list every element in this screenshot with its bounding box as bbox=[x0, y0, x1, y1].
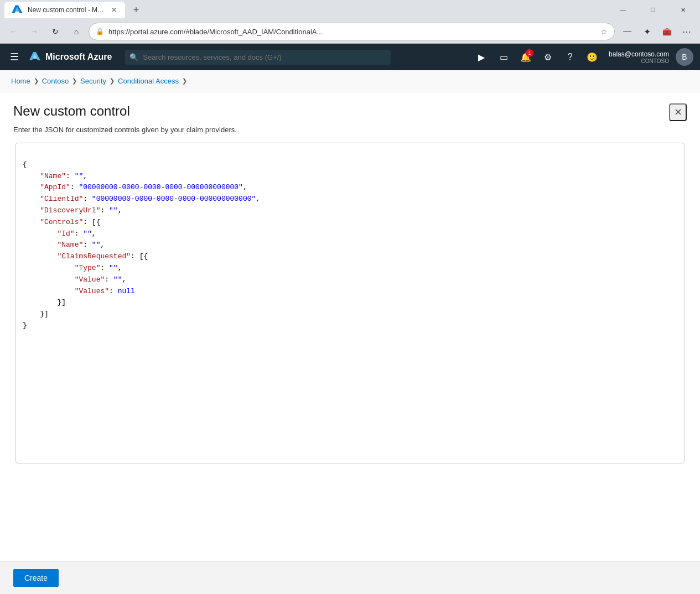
json-val-name: "" bbox=[75, 172, 84, 180]
breadcrumb-sep-2: ❯ bbox=[72, 77, 77, 85]
json-comma-8: , bbox=[122, 275, 126, 284]
json-colon-10: : bbox=[105, 275, 113, 284]
breadcrumb-contoso[interactable]: Contoso bbox=[42, 77, 69, 85]
azure-topbar: ☰ Microsoft Azure 🔍 ▶ ▭ 🔔 1 ⚙ ? 🙂 balas@… bbox=[0, 44, 700, 70]
json-val-discoveryurl: "" bbox=[109, 206, 118, 215]
azure-search-container[interactable]: 🔍 bbox=[125, 50, 391, 65]
json-key-type: "Type" bbox=[75, 264, 101, 272]
json-colon-11: : bbox=[109, 287, 118, 295]
json-val-clientid: "00000000-0000-0000-0000-000000000000" bbox=[92, 195, 256, 203]
notification-badge: 1 bbox=[526, 49, 533, 57]
json-comma-7: , bbox=[118, 264, 122, 272]
search-icon: 🔍 bbox=[129, 53, 138, 61]
json-colon-9: : bbox=[100, 264, 109, 272]
user-email: balas@contoso.com bbox=[609, 50, 669, 58]
bookmark-icon[interactable]: ☆ bbox=[600, 27, 608, 36]
help-icon[interactable]: ? bbox=[560, 47, 580, 67]
json-colon-7: : bbox=[83, 241, 92, 249]
json-comma-4: , bbox=[118, 206, 122, 215]
navigation-bar: ← → ↻ ⌂ 🔒 https://portal.azure.com/#blad… bbox=[0, 20, 700, 43]
breadcrumb: Home ❯ Contoso ❯ Security ❯ Conditional … bbox=[0, 70, 700, 92]
bottom-bar: Create bbox=[0, 561, 700, 594]
user-menu[interactable]: balas@contoso.com CONTOSO bbox=[604, 50, 673, 64]
more-options-icon[interactable]: ⋯ bbox=[678, 23, 696, 40]
close-panel-button[interactable]: ✕ bbox=[669, 103, 687, 121]
cloud-shell-icon[interactable]: ▶ bbox=[471, 47, 491, 67]
json-val-name2: "" bbox=[92, 241, 101, 249]
azure-logo-icon bbox=[29, 51, 41, 63]
json-colon-1: : bbox=[66, 172, 75, 180]
lock-icon: 🔒 bbox=[96, 28, 104, 35]
title-bar: New custom control - Microsoft ✕ + — ☐ ✕ bbox=[0, 0, 700, 20]
json-key-name: "Name" bbox=[40, 172, 66, 180]
json-key-id: "Id" bbox=[57, 230, 74, 238]
json-colon-8: : [{ bbox=[131, 252, 148, 260]
json-val-appid: "00000000-0000-0000-0000-000000000000" bbox=[79, 183, 242, 191]
user-avatar[interactable]: B bbox=[676, 48, 693, 66]
minimize-button[interactable]: — bbox=[610, 2, 636, 18]
address-bar[interactable]: 🔒 https://portal.azure.com/#blade/Micros… bbox=[89, 23, 615, 40]
json-colon-4: : bbox=[100, 206, 109, 215]
search-input[interactable] bbox=[125, 50, 391, 65]
json-key-name2: "Name" bbox=[57, 241, 83, 249]
directory-icon[interactable]: ▭ bbox=[494, 47, 514, 67]
json-editor[interactable]: { "Name": "", "AppId": "00000000-0000-00… bbox=[15, 143, 685, 463]
json-key-values: "Values" bbox=[75, 287, 109, 295]
json-val-type: "" bbox=[109, 264, 118, 272]
json-val-values: null bbox=[118, 287, 135, 295]
window-controls: — ☐ ✕ bbox=[610, 2, 696, 18]
main-content: Home ❯ Contoso ❯ Security ❯ Conditional … bbox=[0, 70, 700, 594]
create-button[interactable]: Create bbox=[13, 569, 59, 587]
json-val-value: "" bbox=[113, 275, 122, 284]
page: New custom control ✕ Enter the JSON for … bbox=[0, 92, 700, 475]
refresh-button[interactable]: ↻ bbox=[46, 23, 64, 40]
breadcrumb-security[interactable]: Security bbox=[80, 77, 106, 85]
json-colon-5: : [{ bbox=[83, 218, 100, 226]
json-comma-3: , bbox=[256, 195, 260, 203]
avatar-initial: B bbox=[682, 53, 687, 61]
breadcrumb-conditional-access[interactable]: Conditional Access bbox=[118, 77, 179, 85]
page-title: New custom control bbox=[13, 103, 687, 119]
forward-button[interactable]: → bbox=[25, 23, 43, 40]
json-key-discoveryurl: "DiscoveryUrl" bbox=[40, 206, 100, 215]
json-key-appid: "AppId" bbox=[40, 183, 70, 191]
browser-tab[interactable]: New custom control - Microsoft ✕ bbox=[4, 2, 125, 18]
json-comma-2: , bbox=[243, 183, 247, 191]
favorites-icon[interactable]: ✦ bbox=[638, 23, 656, 40]
json-comma-6: , bbox=[100, 241, 105, 249]
maximize-button[interactable]: ☐ bbox=[640, 2, 666, 18]
hamburger-menu-button[interactable]: ☰ bbox=[7, 48, 22, 66]
json-colon-6: : bbox=[75, 230, 84, 238]
json-close-brace: } bbox=[23, 321, 27, 330]
json-key-claimsrequested: "ClaimsRequested" bbox=[57, 252, 131, 260]
json-key-controls: "Controls" bbox=[40, 218, 83, 226]
azure-logo: Microsoft Azure bbox=[29, 51, 112, 63]
tab-close-button[interactable]: ✕ bbox=[110, 6, 118, 14]
close-window-button[interactable]: ✕ bbox=[670, 2, 696, 18]
notifications-icon[interactable]: 🔔 1 bbox=[516, 47, 536, 67]
azure-logo-text: Microsoft Azure bbox=[45, 52, 112, 62]
extensions-icon[interactable]: 🧰 bbox=[658, 23, 676, 40]
json-val-id: "" bbox=[83, 230, 92, 238]
breadcrumb-sep-1: ❯ bbox=[34, 77, 39, 85]
breadcrumb-home[interactable]: Home bbox=[11, 77, 30, 85]
page-description: Enter the JSON for customized controls g… bbox=[13, 126, 687, 134]
settings-icon[interactable]: ⚙ bbox=[538, 47, 558, 67]
browser-nav-icons: ⸻ ✦ 🧰 ⋯ bbox=[618, 23, 696, 40]
json-key-value: "Value" bbox=[75, 275, 105, 284]
json-editor-content[interactable]: { "Name": "", "AppId": "00000000-0000-00… bbox=[16, 143, 684, 348]
json-comma-5: , bbox=[92, 230, 96, 238]
home-button[interactable]: ⌂ bbox=[68, 23, 85, 40]
back-button[interactable]: ← bbox=[4, 23, 22, 40]
json-comma-1: , bbox=[83, 172, 87, 180]
json-key-clientid: "ClientId" bbox=[40, 195, 83, 203]
tab-title: New custom control - Microsoft bbox=[28, 6, 105, 14]
feedback-icon[interactable]: 🙂 bbox=[582, 47, 602, 67]
json-open-brace: { bbox=[23, 160, 27, 169]
json-close-controls: }] bbox=[40, 310, 49, 318]
new-tab-button[interactable]: + bbox=[128, 2, 144, 18]
topbar-icons: ▶ ▭ 🔔 1 ⚙ ? 🙂 balas@contoso.com CONTOSO … bbox=[471, 47, 693, 67]
collections-icon[interactable]: ⸻ bbox=[618, 23, 636, 40]
json-colon-3: : bbox=[83, 195, 92, 203]
tab-favicon-icon bbox=[11, 4, 23, 16]
